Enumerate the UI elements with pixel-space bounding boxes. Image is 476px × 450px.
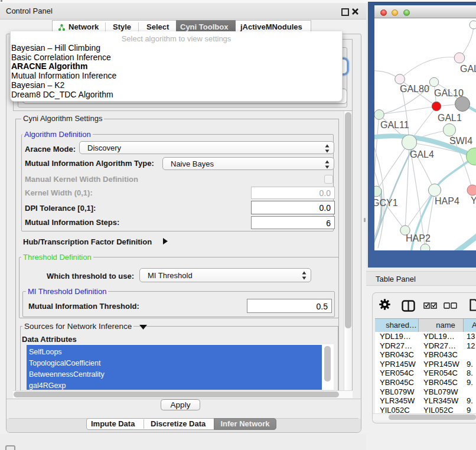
svg-text:SWI4: SWI4 <box>449 136 472 146</box>
svg-text:YM: YM <box>471 195 476 206</box>
svg-text:GAL4: GAL4 <box>410 149 434 159</box>
svg-text:GAL7: GAL7 <box>460 64 476 74</box>
svg-text:GAL11: GAL11 <box>380 120 409 130</box>
svg-text:GAL10: GAL10 <box>434 88 464 98</box>
svg-text:HAP2: HAP2 <box>406 233 431 243</box>
svg-text:GAL80: GAL80 <box>400 84 429 94</box>
svg-text:GAL1: GAL1 <box>438 113 462 123</box>
svg-text:HAP4: HAP4 <box>435 196 459 206</box>
svg-text:GCY1: GCY1 <box>374 198 398 208</box>
